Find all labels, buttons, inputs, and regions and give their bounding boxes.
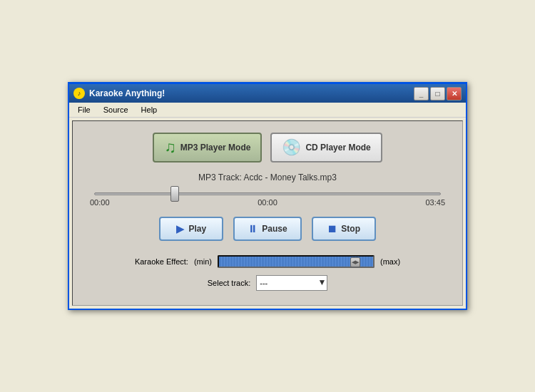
play-icon: ▶ <box>176 223 184 234</box>
mode-buttons: ♫ MP3 Player Mode 💿 CD Player Mode <box>87 133 448 163</box>
cd-mode-button[interactable]: 💿 CD Player Mode <box>270 133 382 163</box>
menu-bar: File Source Help <box>69 103 466 118</box>
title-bar-left: ♪ Karaoke Anything! <box>73 88 165 99</box>
seek-thumb[interactable] <box>170 186 179 202</box>
menu-help[interactable]: Help <box>136 104 163 115</box>
select-wrapper: --- ▼ <box>256 275 327 291</box>
main-content: ♫ MP3 Player Mode 💿 CD Player Mode MP3 T… <box>72 120 463 306</box>
window-title: Karaoke Anything! <box>89 88 165 98</box>
play-button[interactable]: ▶ Play <box>159 217 223 241</box>
track-select-dropdown[interactable]: --- <box>256 275 327 291</box>
pause-icon: ⏸ <box>248 223 258 234</box>
mp3-mode-label: MP3 Player Mode <box>180 143 251 153</box>
seek-track[interactable] <box>94 192 441 195</box>
track-select-label: Select track: <box>208 279 251 287</box>
time-current: 00:00 <box>90 198 110 207</box>
karaoke-section: Karaoke Effect: (min) ◀▶ (max) Select tr… <box>87 255 448 291</box>
karaoke-slider[interactable]: ◀▶ <box>218 255 374 268</box>
pause-button[interactable]: ⏸ Pause <box>233 217 301 241</box>
karaoke-slider-thumb: ◀▶ <box>350 257 360 267</box>
seek-bar-container <box>94 192 441 195</box>
menu-source[interactable]: Source <box>98 104 134 115</box>
transport-buttons: ▶ Play ⏸ Pause ⏹ Stop <box>87 217 448 241</box>
menu-file[interactable]: File <box>72 104 96 115</box>
karaoke-min-label: (min) <box>194 257 212 266</box>
cd-icon: 💿 <box>282 138 301 157</box>
title-bar: ♪ Karaoke Anything! _ □ ✕ <box>69 84 466 103</box>
time-row: 00:00 00:00 03:45 <box>87 198 448 207</box>
close-button[interactable]: ✕ <box>447 87 462 100</box>
window-controls: _ □ ✕ <box>414 87 462 100</box>
track-select-row: Select track: --- ▼ <box>87 275 448 291</box>
time-total: 03:45 <box>425 198 445 207</box>
play-label: Play <box>188 224 206 234</box>
stop-button[interactable]: ⏹ Stop <box>312 217 376 241</box>
music-note-icon: ♫ <box>164 138 176 157</box>
app-icon: ♪ <box>73 88 85 99</box>
karaoke-label: Karaoke Effect: <box>135 257 188 266</box>
stop-icon: ⏹ <box>327 223 337 234</box>
pause-label: Pause <box>262 224 287 234</box>
karaoke-row: Karaoke Effect: (min) ◀▶ (max) <box>87 255 448 268</box>
minimize-button[interactable]: _ <box>414 87 429 100</box>
stop-label: Stop <box>341 224 360 234</box>
karaoke-max-label: (max) <box>380 257 400 266</box>
main-window: ♪ Karaoke Anything! _ □ ✕ File Source He… <box>68 82 467 310</box>
mp3-mode-button[interactable]: ♫ MP3 Player Mode <box>153 133 262 163</box>
track-name: MP3 Track: Acdc - Money Talks.mp3 <box>87 172 448 182</box>
cd-mode-label: CD Player Mode <box>305 143 370 153</box>
maximize-button[interactable]: □ <box>430 87 445 100</box>
time-middle: 00:00 <box>258 198 277 207</box>
